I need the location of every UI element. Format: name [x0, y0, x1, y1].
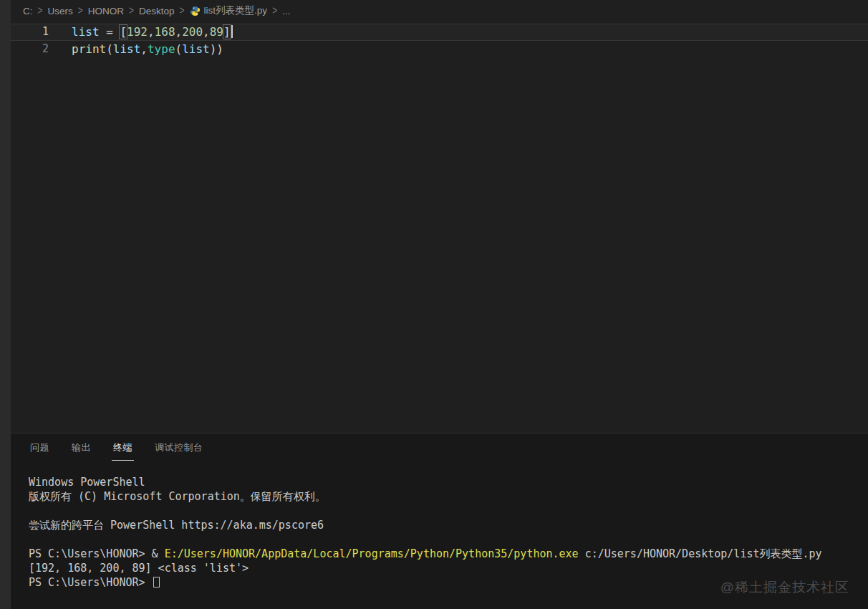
breadcrumb: C:>Users>HONOR>Desktop>list列表类型.py>... — [11, 0, 868, 21]
code-token: list — [72, 25, 100, 39]
code-line[interactable]: 2print(list,type(list)) — [11, 41, 868, 58]
breadcrumb-segment[interactable]: HONOR — [88, 6, 124, 16]
terminal-line: 版权所有 (C) Microsoft Corporation。保留所有权利。 — [29, 489, 868, 504]
panel-tab-problems[interactable]: 问题 — [30, 436, 49, 463]
chevron-right-icon: > — [38, 4, 43, 17]
breadcrumb-file-label: list列表类型.py — [204, 4, 268, 17]
code-token: , — [140, 42, 148, 56]
terminal-line: PS C:\Users\HONOR> & E:/Users/HONOR/AppD… — [29, 547, 868, 561]
panel-tabs: 问题输出终端调试控制台 — [11, 433, 868, 465]
code-token: )) — [210, 42, 223, 56]
chevron-right-icon: > — [180, 4, 185, 17]
terminal-line — [29, 532, 868, 547]
panel-tab-terminal[interactable]: 终端 — [113, 436, 132, 463]
code-token: = — [100, 25, 120, 39]
terminal-line: Windows PowerShell — [29, 475, 868, 489]
code-token: 192 — [127, 25, 148, 39]
code-token: list — [113, 42, 141, 56]
line-number[interactable]: 1 — [11, 24, 49, 41]
line-number[interactable]: 2 — [11, 41, 49, 58]
terminal-cursor — [153, 577, 160, 588]
breadcrumb-overflow[interactable]: ... — [282, 6, 290, 16]
code-token: ( — [106, 42, 113, 56]
chevron-right-icon: > — [129, 4, 134, 17]
code-text: list = [192,168,200,89] — [72, 24, 233, 41]
editor-cursor — [231, 25, 233, 38]
code-token: , — [148, 25, 155, 39]
panel-tab-output[interactable]: 输出 — [72, 436, 91, 463]
code-token: , — [203, 25, 210, 39]
terminal-text: PS C:\Users\HONOR> & — [29, 547, 165, 560]
breadcrumb-segment[interactable]: Desktop — [139, 6, 175, 16]
terminal-text: c:/Users/HONOR/Desktop/list列表类型.py — [579, 547, 822, 560]
terminal-text: 版权所有 (C) Microsoft Corporation。保留所有权利。 — [29, 490, 326, 503]
code-token: 200 — [182, 25, 203, 39]
code-token: 168 — [155, 25, 175, 39]
terminal-text: [192, 168, 200, 89] <class 'list'> — [29, 562, 249, 575]
terminal-text: 尝试新的跨平台 PowerShell https://aka.ms/pscore… — [29, 519, 324, 532]
terminal-line — [29, 504, 868, 518]
vscode-window: { "breadcrumb": { "segments": ["C:", "Us… — [0, 0, 868, 609]
code-token: ] — [223, 25, 231, 39]
panel-tab-debug-console[interactable]: 调试控制台 — [155, 436, 203, 463]
window-edge — [0, 0, 11, 609]
terminal-line: 尝试新的跨平台 PowerShell https://aka.ms/pscore… — [29, 518, 868, 532]
code-line[interactable]: 1list = [192,168,200,89] — [11, 24, 868, 41]
terminal-command-path: E:/Users/HONOR/AppData/Local/Programs/Py… — [165, 547, 579, 560]
code-token: , — [175, 25, 183, 39]
code-text: print(list,type(list)) — [72, 41, 223, 58]
code-token: type — [148, 42, 175, 56]
chevron-right-icon: > — [272, 4, 277, 17]
chevron-right-icon: > — [78, 4, 83, 17]
code-editor[interactable]: 1list = [192,168,200,89]2print(list,type… — [11, 21, 868, 433]
code-token: 89 — [210, 25, 223, 39]
breadcrumb-segment[interactable]: C: — [23, 6, 33, 16]
terminal-text: PS C:\Users\HONOR> — [29, 576, 152, 589]
code-token: [ — [120, 25, 127, 39]
breadcrumb-segment[interactable]: Users — [48, 6, 73, 16]
code-token: list — [182, 42, 210, 56]
workbench: C:>Users>HONOR>Desktop>list列表类型.py>... 1… — [11, 0, 868, 609]
breadcrumb-file[interactable]: list列表类型.py — [190, 4, 268, 17]
code-token: ( — [175, 42, 183, 56]
terminal-text: Windows PowerShell — [29, 476, 145, 489]
terminal-line: [192, 168, 200, 89] <class 'list'> — [29, 561, 868, 575]
watermark: @稀土掘金技术社区 — [720, 578, 849, 597]
python-icon — [190, 6, 201, 16]
code-token: print — [72, 42, 106, 56]
